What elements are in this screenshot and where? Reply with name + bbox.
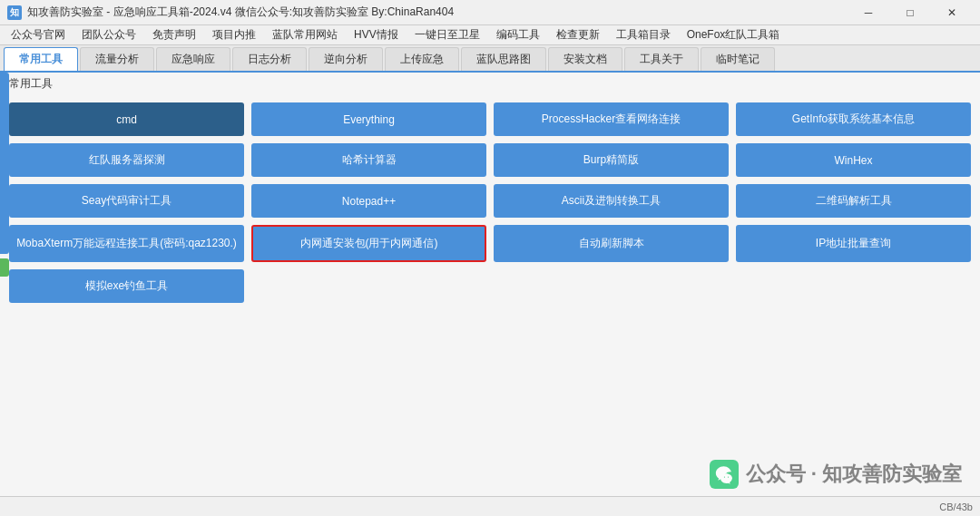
- tool-empty-4-2: [494, 269, 729, 303]
- tool-grid: cmdEverythingProcessHacker查看网络连接GetInfo获…: [9, 102, 971, 303]
- tab-bar: 常用工具流量分析应急响应日志分析逆向分析上传应急蓝队思路图安装文档工具关于临时笔…: [0, 45, 980, 73]
- tool-btn-ProcessHac[interactable]: ProcessHacker查看网络连接: [494, 102, 729, 136]
- tool-btn-WinHex[interactable]: WinHex: [736, 143, 971, 177]
- close-button[interactable]: ✕: [931, 0, 973, 25]
- status-bar: CB/43b: [0, 496, 980, 516]
- tool-btn--------[interactable]: 红队服务器探测: [9, 143, 244, 177]
- tool-btn-Seay------[interactable]: Seay代码审计工具: [9, 184, 244, 218]
- tool-btn-Everything[interactable]: Everything: [251, 102, 486, 136]
- watermark-text: 公众号 · 知攻善防实验室: [746, 461, 962, 488]
- watermark: 公众号 · 知攻善防实验室: [710, 460, 962, 489]
- wechat-icon: [710, 460, 739, 489]
- tab-4[interactable]: 逆向分析: [309, 47, 383, 71]
- app-icon: 知: [7, 5, 22, 20]
- tool-btn-Burp---[interactable]: Burp精简版: [494, 143, 729, 177]
- menu-bar: 公众号官网团队公众号免责声明项目内推蓝队常用网站HVV情报一键日至卫星编码工具检…: [0, 25, 980, 45]
- tab-6[interactable]: 蓝队思路图: [461, 47, 546, 71]
- window-title: 知攻善防实验室 - 应急响应工具箱-2024.v4 微信公众号:知攻善防实验室 …: [27, 5, 848, 20]
- main-content: cmdEverythingProcessHacker查看网络连接GetInfo获…: [0, 95, 980, 516]
- tool-btn-Notepad--[interactable]: Notepad++: [251, 184, 486, 218]
- tab-8[interactable]: 工具关于: [624, 47, 699, 71]
- menu-item------[interactable]: 团队公众号: [74, 25, 143, 44]
- tool-btn------[interactable]: 哈希计算器: [251, 143, 486, 177]
- title-bar: 知 知攻善防实验室 - 应急响应工具箱-2024.v4 微信公众号:知攻善防实验…: [0, 0, 980, 25]
- tool-btn-cmd[interactable]: cmd: [9, 102, 244, 136]
- tool-empty-4-3: [736, 269, 971, 303]
- tool-btn-------[interactable]: 自动刷新脚本: [494, 225, 729, 262]
- menu-item-----[interactable]: 编码工具: [489, 25, 547, 44]
- menu-item-------[interactable]: 一键日至卫星: [407, 25, 487, 44]
- menu-item-----[interactable]: 免责声明: [145, 25, 203, 44]
- minimize-button[interactable]: ─: [848, 0, 889, 25]
- tab-0[interactable]: 常用工具: [4, 47, 78, 71]
- tool-empty-4-1: [251, 269, 486, 303]
- menu-item-----[interactable]: 检查更新: [549, 25, 607, 44]
- left-indicator-blue: [0, 73, 9, 254]
- tab-3[interactable]: 日志分析: [232, 47, 307, 71]
- window-controls[interactable]: ─ □ ✕: [848, 0, 973, 25]
- tab-2[interactable]: 应急响应: [156, 47, 230, 71]
- tab-5[interactable]: 上传应急: [385, 47, 459, 71]
- tab-1[interactable]: 流量分析: [80, 47, 154, 71]
- menu-item-OneFox-----[interactable]: OneFox红队工具箱: [680, 25, 788, 44]
- tab-7[interactable]: 安装文档: [548, 47, 622, 71]
- tool-btn---exe----[interactable]: 模拟exe钓鱼工具: [9, 269, 244, 303]
- menu-item-HVV--[interactable]: HVV情报: [347, 25, 406, 44]
- menu-item------[interactable]: 工具箱目录: [609, 25, 678, 44]
- menu-item------[interactable]: 公众号官网: [4, 25, 73, 44]
- menu-item-------[interactable]: 蓝队常用网站: [265, 25, 345, 44]
- tool-btn-----------[interactable]: 内网通安装包(用于内网通信): [251, 225, 486, 262]
- tool-btn-IP------[interactable]: IP地址批量查询: [736, 225, 971, 262]
- tool-btn--------[interactable]: 二维码解析工具: [736, 184, 971, 218]
- maximize-button[interactable]: □: [889, 0, 931, 25]
- tool-btn-GetInfo---[interactable]: GetInfo获取系统基本信息: [736, 102, 971, 136]
- left-indicator-green: [0, 258, 9, 277]
- tab-9[interactable]: 临时笔记: [701, 47, 775, 71]
- status-text: CB/43b: [939, 501, 973, 512]
- section-header: 常用工具: [0, 73, 980, 95]
- menu-item-----[interactable]: 项目内推: [205, 25, 263, 44]
- tool-btn-MobaXterm-[interactable]: MobaXterm万能远程连接工具(密码:qaz1230.): [9, 225, 244, 262]
- tool-btn-Ascii-----[interactable]: Ascii及进制转换工具: [494, 184, 729, 218]
